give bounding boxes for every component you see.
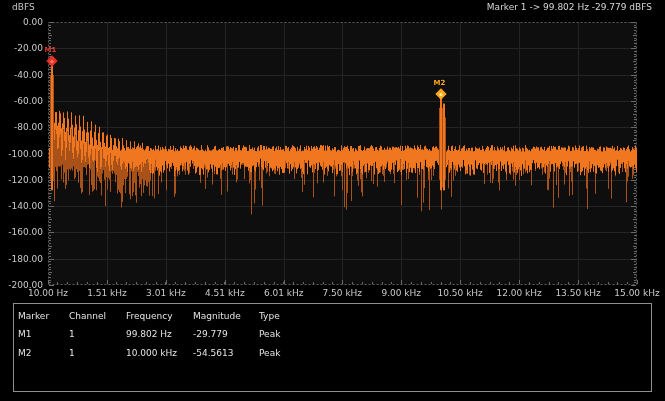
y-tick-label: -180.00 — [0, 254, 43, 264]
marker-table-cell-marker: M2 — [18, 348, 69, 358]
y-tick-label: -140.00 — [0, 201, 43, 211]
y-tick-label: -20.00 — [0, 43, 43, 53]
spectrum-plot-canvas[interactable] — [0, 0, 665, 300]
marker-table-header: Channel — [69, 311, 126, 321]
marker-table-cell-frequency: 99.802 Hz — [126, 329, 193, 339]
y-tick-label: -40.00 — [0, 70, 43, 80]
marker-m2-label: M2 — [434, 79, 446, 87]
y-tick-label: -60.00 — [0, 96, 43, 106]
marker-m1-core — [49, 59, 53, 63]
marker-table-cell-marker: M1 — [18, 329, 69, 339]
marker-table-header: Frequency — [126, 311, 193, 321]
marker-table-header-row: MarkerChannelFrequencyMagnitudeType — [14, 304, 651, 324]
x-tick-label: 12.00 kHz — [496, 288, 541, 298]
x-tick-label: 13.50 kHz — [555, 288, 600, 298]
marker-table-cell-channel: 1 — [69, 348, 126, 358]
marker-table-header: Magnitude — [193, 311, 259, 321]
x-tick-label: 6.01 kHz — [264, 288, 304, 298]
x-tick-label: 10.50 kHz — [438, 288, 483, 298]
x-tick-label: 7.50 kHz — [322, 288, 362, 298]
x-tick-label: 15.00 kHz — [614, 288, 659, 298]
marker-table: MarkerChannelFrequencyMagnitudeType M119… — [13, 303, 652, 392]
marker-m1-label: M1 — [45, 46, 57, 54]
marker-table-cell-channel: 1 — [69, 329, 126, 339]
marker-table-row: M2110.000 kHz-54.5613Peak — [14, 343, 651, 362]
marker-table-header: Type — [259, 311, 651, 321]
marker-table-cell-type: Peak — [259, 329, 651, 339]
marker-table-cell-type: Peak — [259, 348, 651, 358]
marker-readout: Marker 1 -> 99.802 Hz -29.779 dBFS — [487, 2, 652, 12]
marker-table-cell-frequency: 10.000 kHz — [126, 348, 193, 358]
y-tick-label: -120.00 — [0, 175, 43, 185]
marker-table-body: M1199.802 Hz-29.779PeakM2110.000 kHz-54.… — [14, 324, 651, 362]
y-tick-label: -100.00 — [0, 149, 43, 159]
x-tick-label: 4.51 kHz — [205, 288, 245, 298]
marker-table-header: Marker — [18, 311, 69, 321]
x-tick-label: 3.01 kHz — [146, 288, 186, 298]
y-tick-label: -160.00 — [0, 227, 43, 237]
y-tick-label: 0.00 — [0, 17, 43, 27]
x-tick-label: 10.00 Hz — [28, 288, 68, 298]
marker-table-row: M1199.802 Hz-29.779Peak — [14, 324, 651, 343]
marker-m2-core — [438, 92, 442, 96]
spectrum-analyzer-screen: dBFS Marker 1 -> 99.802 Hz -29.779 dBFS … — [0, 0, 665, 401]
x-tick-label: 9.00 kHz — [381, 288, 421, 298]
marker-table-cell-magnitude: -54.5613 — [193, 348, 259, 358]
x-tick-label: 1.51 kHz — [87, 288, 127, 298]
marker-table-cell-magnitude: -29.779 — [193, 329, 259, 339]
y-tick-label: -80.00 — [0, 122, 43, 132]
y-axis-unit-label: dBFS — [12, 2, 35, 12]
